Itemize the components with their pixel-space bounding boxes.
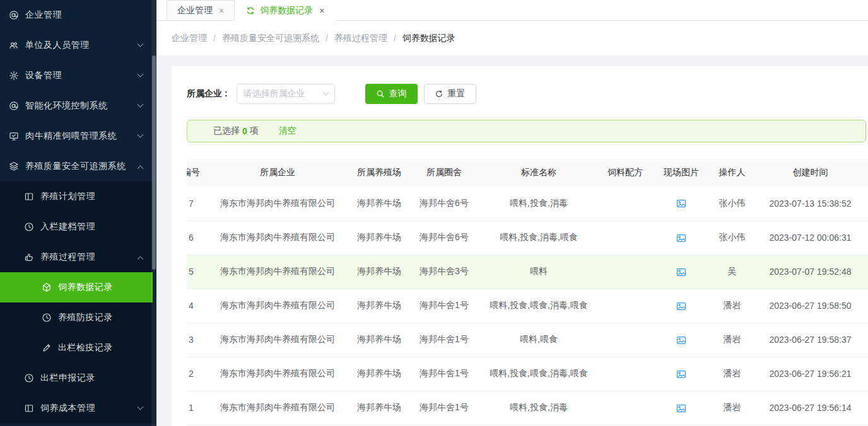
cell-photo: [651, 221, 712, 255]
sidebar-item-label: 肉牛精准饲喂管理系统: [25, 130, 117, 142]
cell-id: 2: [187, 357, 207, 391]
table-row[interactable]: 3 海东市海邦肉牛养殖有限公司 海邦养牛场 海邦牛舍1号 喂料,喂食 潘岩 20…: [187, 323, 868, 357]
cell-pen: 海邦牛舍6号: [410, 187, 478, 221]
image-icon[interactable]: [676, 335, 686, 345]
breadcrumb-item-current: 饲养数据记录: [402, 33, 455, 44]
cell-enterprise: 海东市海邦肉牛养殖有限公司: [207, 391, 348, 425]
thumbs-up-icon: [24, 252, 34, 262]
cell-pen: 海邦牛舍1号: [410, 391, 478, 425]
sidebar-item-label: 单位及人员管理: [25, 40, 90, 51]
cell-standard: 喂料,投食,喂食,消毒,喂食: [478, 357, 599, 391]
tab-bar: 企业管理 饲养数据记录: [156, 0, 868, 21]
col-photo: 现场图片: [651, 159, 712, 187]
tab-enterprise-mgmt[interactable]: 企业管理: [167, 0, 235, 20]
image-icon[interactable]: [676, 403, 686, 413]
reset-button[interactable]: 重置: [424, 84, 476, 104]
sidebar-item-feeding-data[interactable]: 饲养数据记录: [0, 272, 153, 302]
cell-id: 5: [187, 255, 207, 289]
cell-pen: 海邦牛舍6号: [410, 221, 478, 255]
sidebar-item-label: 企业管理: [25, 9, 62, 21]
data-table: 编号 所属企业 所属养殖场 所属圈舍 标准名称 饲料配方 现场图片 操作人 创建…: [187, 159, 868, 425]
chevron-down-icon: [138, 101, 144, 107]
breadcrumb-separator: [213, 33, 216, 43]
breadcrumb-item[interactable]: 养殖质量安全可追溯系统: [222, 33, 319, 44]
cell-created: 2023-07-13 15:38:52: [753, 187, 868, 221]
main-area: 企业管理 饲养数据记录 企业管理 养殖质量安全可追溯系统 养殖过程管理 饲养数据…: [156, 0, 868, 426]
cell-operator: 潘岩: [712, 289, 753, 323]
breadcrumb-item[interactable]: 养殖过程管理: [334, 33, 387, 44]
image-icon[interactable]: [676, 267, 686, 277]
cell-formula: [599, 255, 651, 289]
sidebar-item-breeding-plan[interactable]: 养殖计划管理: [0, 181, 156, 212]
sidebar-item-units-personnel[interactable]: 单位及人员管理: [0, 30, 156, 60]
cell-farm: 海邦养牛场: [348, 221, 410, 255]
sidebar-item-breeding-process[interactable]: 养殖过程管理: [0, 242, 156, 272]
col-id: 编号: [187, 159, 207, 187]
sidebar-item-epidemic-records[interactable]: 养殖防疫记录: [0, 302, 156, 333]
image-icon[interactable]: [676, 301, 686, 311]
sidebar-item-device-mgmt[interactable]: 设备管理: [0, 60, 156, 91]
search-icon: [376, 89, 385, 98]
tab-feeding-data[interactable]: 饲养数据记录: [235, 0, 336, 21]
chevron-down-icon: [138, 71, 144, 77]
close-icon[interactable]: [219, 6, 224, 15]
cell-formula: [599, 391, 651, 425]
cell-standard: 喂料,投食,消毒,喂食: [478, 221, 599, 255]
table-row[interactable]: 2 海东市海邦肉牛养殖有限公司 海邦养牛场 海邦牛舍1号 喂料,投食,喂食,消毒…: [187, 357, 868, 391]
cell-enterprise: 海东市海邦肉牛养殖有限公司: [207, 255, 348, 289]
cell-enterprise: 海东市海邦肉牛养殖有限公司: [207, 221, 348, 255]
breadcrumb-item[interactable]: 企业管理: [172, 33, 207, 44]
sidebar-item-label: 设备管理: [25, 70, 62, 81]
image-icon[interactable]: [676, 233, 686, 243]
selection-prefix: 已选择: [213, 125, 240, 137]
sidebar-item-env-control[interactable]: 智能化环境控制系统: [0, 91, 156, 121]
chevron-down-icon: [138, 40, 144, 47]
sidebar-item-exit-declaration[interactable]: 出栏申报记录: [0, 363, 156, 393]
sidebar-item-label: 养殖计划管理: [40, 191, 95, 202]
refresh-icon[interactable]: [246, 6, 255, 15]
table-row[interactable]: 4 海东市海邦肉牛养殖有限公司 海邦养牛场 海邦牛舍1号 喂料,投食,喂食,消毒…: [187, 289, 868, 323]
image-icon[interactable]: [676, 369, 686, 379]
enterprise-select[interactable]: 请选择所属企业: [237, 84, 335, 104]
table-row[interactable]: 6 海东市海邦肉牛养殖有限公司 海邦养牛场 海邦牛舍6号 喂料,投食,消毒,喂食…: [187, 221, 868, 255]
sidebar-item-entry-filing[interactable]: 入栏建档管理: [0, 212, 156, 242]
cell-created: 2023-06-27 19:58:50: [753, 289, 868, 323]
sidebar-item-quarantine-records[interactable]: 出栏检疫记录: [0, 333, 156, 363]
cell-pen: 海邦牛舍1号: [410, 323, 478, 357]
cell-standard: 喂料,投食,消毒: [478, 391, 599, 425]
select-placeholder: 请选择所属企业: [243, 88, 324, 100]
sidebar-item-feeding-cost[interactable]: 饲养成本管理: [0, 393, 156, 423]
table-row[interactable]: 7 海东市海邦肉牛养殖有限公司 海邦养牛场 海邦牛舍6号 喂料,投食,消毒 张小…: [187, 187, 868, 221]
cell-operator: 吴: [712, 255, 753, 289]
chevron-down-icon: [138, 131, 144, 137]
clear-selection-link[interactable]: 清空: [279, 125, 296, 137]
col-pen: 所属圈舍: [410, 159, 478, 187]
cell-id: 3: [187, 323, 207, 357]
image-icon[interactable]: [676, 199, 686, 209]
history-icon: [42, 313, 52, 323]
close-icon[interactable]: [319, 6, 324, 15]
at-icon: [9, 101, 19, 111]
sidebar-item-traceability-system[interactable]: 养殖质量安全可追溯系统: [0, 151, 156, 181]
cell-created: 2023-06-27 19:56:21: [753, 357, 868, 391]
cell-id: 1: [187, 391, 207, 425]
sidebar-scrollbar-thumb[interactable]: [152, 55, 156, 270]
query-button[interactable]: 查询: [365, 84, 418, 104]
sidebar-item-precision-feeding[interactable]: 肉牛精准饲喂管理系统: [0, 121, 156, 151]
cell-farm: 海邦养牛场: [348, 289, 410, 323]
history-icon: [24, 373, 34, 383]
cell-formula: [599, 357, 651, 391]
sidebar-item-enterprise-mgmt[interactable]: 企业管理: [0, 0, 156, 30]
cell-farm: 海邦养牛场: [348, 255, 410, 289]
sidebar-item-label: 养殖过程管理: [40, 251, 95, 263]
selection-unit: 项: [250, 125, 259, 137]
sidebar-scrollbar[interactable]: [151, 0, 156, 426]
col-standard: 标准名称: [478, 159, 599, 187]
columns-icon: [24, 192, 34, 202]
table-row-highlighted[interactable]: 5 海东市海邦肉牛养殖有限公司 海邦养牛场 海邦牛舍3号 喂料 吴 2023-0…: [187, 255, 868, 289]
cell-pen: 海邦牛舍1号: [410, 289, 478, 323]
layers-icon: [9, 161, 19, 171]
cell-photo: [651, 255, 712, 289]
table-row[interactable]: 1 海东市海邦肉牛养殖有限公司 海邦养牛场 海邦牛舍1号 喂料,投食,消毒 潘岩…: [187, 391, 868, 425]
page-content: 所属企业 : 请选择所属企业 查询 重置 已选择: [156, 55, 868, 426]
